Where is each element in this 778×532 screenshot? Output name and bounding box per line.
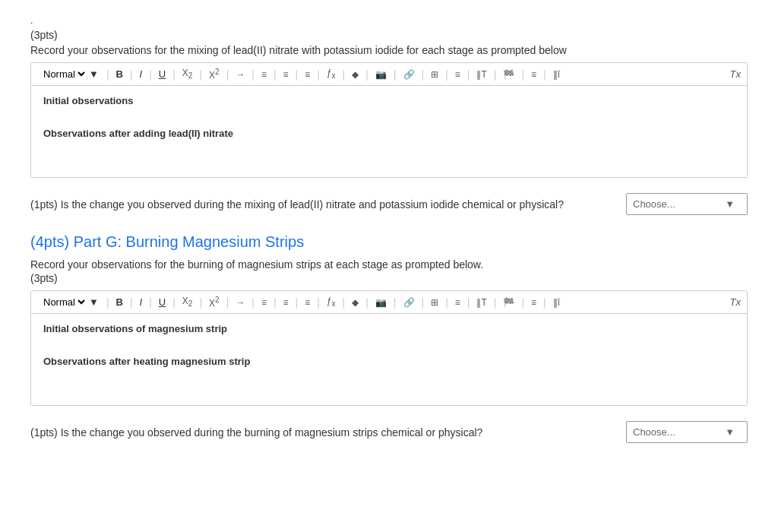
sep-8: |	[274, 68, 277, 81]
editor-f: Normal ▼ | B | I | U | X2 | X2 | → | ≡ |…	[30, 62, 748, 178]
sep-g7: |	[251, 296, 255, 309]
sep-1: |	[106, 68, 109, 81]
image-icon-g[interactable]: 📷	[373, 296, 389, 309]
sep-18: |	[521, 68, 524, 81]
sep-g1: |	[106, 296, 109, 309]
choose-label-f: Choose...	[633, 198, 675, 210]
italic-button-g[interactable]: I	[138, 296, 145, 309]
question-row-f: (1pts) Is the change you observed during…	[30, 193, 748, 215]
bold-button-g[interactable]: B	[114, 296, 125, 309]
arrow-icon-f[interactable]: →	[233, 68, 247, 81]
superscript-icon-f[interactable]: X2	[207, 66, 222, 82]
clear-format-icon-f[interactable]: Tx	[730, 68, 741, 80]
toolbar-f: Normal ▼ | B | I | U | X2 | X2 | → | ≡ |…	[31, 63, 747, 86]
arrow-icon-g[interactable]: →	[233, 296, 247, 309]
sep-g11: |	[343, 296, 346, 309]
pts-label-f: (3pts)	[30, 29, 748, 41]
lines3-icon-f[interactable]: ‖ī	[551, 68, 562, 81]
field-initial-f: Initial observations	[43, 95, 735, 106]
underline-button-f[interactable]: U	[157, 68, 168, 81]
sep-2: |	[130, 68, 133, 81]
list-icon-2-f[interactable]: ≡	[281, 68, 291, 81]
choose-dropdown-g[interactable]: Choose... ▼	[626, 421, 748, 443]
sep-10: |	[317, 68, 320, 81]
subscript-icon-f[interactable]: X2	[180, 66, 195, 81]
link-icon-g[interactable]: 🔗	[401, 296, 417, 309]
field-initial-g: Initial observations of magnesium strip	[43, 323, 735, 334]
sep-g14: |	[422, 296, 425, 309]
lines1-icon-f[interactable]: ≡	[453, 68, 463, 81]
editor-body-g[interactable]: Initial observations of magnesium strip …	[31, 314, 747, 405]
sep-5: |	[199, 68, 202, 81]
list-icon-3-f[interactable]: ≡	[302, 68, 312, 81]
sep-g6: |	[226, 296, 229, 309]
sep-g19: |	[543, 296, 546, 309]
fx-icon-f[interactable]: ƒx	[324, 66, 338, 81]
field-after-g: Observations after heating magnesium str…	[43, 356, 735, 367]
fx-icon-g[interactable]: ƒx	[324, 294, 338, 309]
style-dropdown-g[interactable]: Normal	[40, 296, 87, 309]
clear-format-icon-g[interactable]: Tx	[730, 296, 741, 308]
diamond-icon-g[interactable]: ◆	[349, 296, 361, 309]
list-icon-1-f[interactable]: ≡	[259, 68, 269, 81]
question-pts-f: (1pts)	[30, 198, 58, 211]
sep-16: |	[467, 68, 470, 81]
style-select-f[interactable]: Normal ▼	[37, 66, 102, 82]
toolbar-g: Normal ▼ | B | I | U | X2 | X2 | → | ≡ |…	[31, 291, 747, 314]
sep-4: |	[172, 68, 176, 81]
sep-17: |	[494, 68, 497, 81]
list-icon-3-g[interactable]: ≡	[302, 296, 312, 309]
underline-button-g[interactable]: U	[157, 296, 168, 309]
flag-icon-f[interactable]: 🏁	[501, 68, 517, 81]
question-text-f: (1pts) Is the change you observed during…	[30, 198, 626, 211]
sep-g10: |	[317, 296, 320, 309]
sep-g12: |	[365, 296, 368, 309]
diamond-icon-f[interactable]: ◆	[349, 68, 361, 81]
style-dropdown-f[interactable]: Normal	[40, 68, 87, 81]
dot-text: .	[30, 15, 748, 26]
sep-g8: |	[274, 296, 277, 309]
sep-g4: |	[172, 296, 176, 309]
editor-body-f[interactable]: Initial observations Observations after …	[31, 86, 747, 177]
list-icon-1-g[interactable]: ≡	[259, 296, 269, 309]
lines1-icon-g[interactable]: ≡	[453, 296, 463, 309]
chevron-down-icon-f: ▼	[725, 198, 735, 210]
style-select-g[interactable]: Normal ▼	[37, 294, 102, 310]
sep-7: |	[251, 68, 255, 81]
list-icon-2-g[interactable]: ≡	[281, 296, 291, 309]
table-icon-g[interactable]: ⊞	[429, 296, 441, 309]
choose-dropdown-f[interactable]: Choose... ▼	[626, 193, 748, 215]
sep-g9: |	[296, 296, 299, 309]
question-body-f: Is the change you observed during the mi…	[61, 198, 564, 211]
instruction-g: Record your observations for the burning…	[30, 258, 748, 271]
link-icon-f[interactable]: 🔗	[401, 68, 417, 81]
flag-icon-g[interactable]: 🏁	[501, 296, 517, 309]
lines3-icon-g[interactable]: ‖ī	[551, 296, 562, 309]
sep-g5: |	[199, 296, 202, 309]
sep-14: |	[422, 68, 425, 81]
table-icon-f[interactable]: ⊞	[429, 68, 441, 81]
question-text-g: (1pts) Is the change you observed during…	[30, 426, 626, 439]
column-icon-f[interactable]: ‖T	[474, 68, 489, 81]
sep-12: |	[365, 68, 368, 81]
sep-g16: |	[467, 296, 470, 309]
image-icon-f[interactable]: 📷	[373, 68, 389, 81]
italic-button-f[interactable]: I	[138, 68, 145, 81]
lines2-icon-f[interactable]: ≡	[529, 68, 539, 81]
column-icon-g[interactable]: ‖T	[474, 296, 489, 309]
sep-g3: |	[149, 296, 152, 309]
sep-3: |	[149, 68, 152, 81]
sep-13: |	[394, 68, 397, 81]
chevron-down-icon-g: ▼	[89, 296, 99, 308]
superscript-icon-g[interactable]: X2	[207, 294, 222, 310]
sep-15: |	[445, 68, 448, 81]
sep-11: |	[343, 68, 346, 81]
bold-button-f[interactable]: B	[114, 68, 125, 81]
question-body-g: Is the change you observed during the bu…	[61, 426, 483, 439]
subscript-icon-g[interactable]: X2	[180, 294, 195, 309]
sep-9: |	[296, 68, 299, 81]
sep-6: |	[226, 68, 229, 81]
lines2-icon-g[interactable]: ≡	[529, 296, 539, 309]
question-row-g: (1pts) Is the change you observed during…	[30, 421, 748, 443]
editor-g: Normal ▼ | B | I | U | X2 | X2 | → | ≡ |…	[30, 290, 748, 406]
